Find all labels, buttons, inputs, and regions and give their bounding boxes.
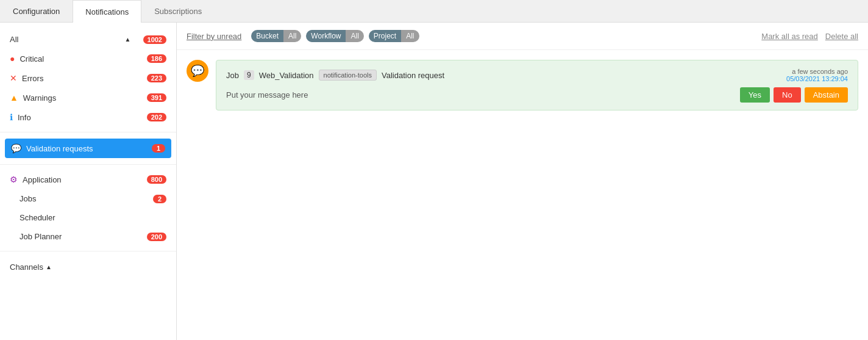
notif-name: Web_Validation [259,71,314,80]
notif-action: Validation request [382,71,444,80]
notification-card: Job 9 Web_Validation notification-tools … [216,60,858,110]
sidebar-item-scheduler[interactable]: Scheduler [0,208,176,227]
top-tabs: Configuration Notifications Subscription… [0,0,868,23]
error-icon: ✕ [10,73,17,83]
filter-chip-bucket: Bucket All [251,30,301,42]
job-planner-label: Job Planner [20,232,147,241]
info-icon: ℹ [10,112,13,122]
notification-card-header: Job 9 Web_Validation notification-tools … [226,68,848,82]
bucket-chip-label: Bucket [251,30,283,42]
avatar-icon: 💬 [191,64,204,78]
filter-chip-workflow: Workflow All [306,30,363,42]
application-label: Application [23,175,147,184]
notif-id: 9 [244,70,254,80]
filter-by-unread[interactable]: Filter by unread [187,32,241,41]
scheduler-label: Scheduler [20,213,166,222]
notif-date: 05/03/2021 13:29:04 [786,75,848,82]
sidebar-validation-section: 💬 Validation requests 1 [0,132,176,164]
all-arrow: ▲ [125,36,131,43]
chat-icon: 💬 [11,143,21,153]
project-chip-value[interactable]: All [401,30,419,42]
channels-label: Channels [10,262,43,272]
sidebar-item-validation-requests[interactable]: 💬 Validation requests 1 [5,139,171,158]
sidebar-item-critical[interactable]: ● Critical 186 [0,49,176,68]
sidebar-all-section: All ▲ 1002 ● Critical 186 ✕ Errors 223 [0,23,176,132]
notif-time-relative: a few seconds ago [786,68,848,75]
workflow-chip-label: Workflow [306,30,346,42]
notifications-list: 💬 Job 9 Web_Validation notification-tool… [177,50,868,340]
notif-buttons: Yes No Abstain [740,87,848,103]
notification-item: 💬 Job 9 Web_Validation notification-tool… [187,60,858,110]
sidebar-item-errors[interactable]: ✕ Errors 223 [0,68,176,88]
notif-type: Job [226,71,239,80]
sidebar-item-info[interactable]: ℹ Info 202 [0,107,176,127]
warnings-label: Warnings [23,93,147,103]
workflow-chip-value[interactable]: All [346,30,363,42]
channels-arrow: ▲ [46,264,52,270]
filter-chip-project: Project All [369,30,419,42]
channels-header[interactable]: Channels ▲ [0,256,176,278]
bucket-chip-value[interactable]: All [283,30,301,42]
critical-badge: 186 [147,54,166,63]
jobs-label: Jobs [20,194,153,203]
sidebar-channels-section: Channels ▲ [0,251,176,283]
yes-button[interactable]: Yes [740,87,770,103]
mark-all-read-link[interactable]: Mark all as read [761,32,817,41]
tab-configuration[interactable]: Configuration [0,0,73,22]
project-chip-label: Project [369,30,401,42]
notif-time: a few seconds ago 05/03/2021 13:29:04 [786,68,848,82]
sidebar-item-application[interactable]: ⚙ Application 800 [0,170,176,189]
main-layout: All ▲ 1002 ● Critical 186 ✕ Errors 223 [0,23,868,340]
notif-tag: notification-tools [319,70,377,81]
sidebar-all-header[interactable]: All ▲ 1002 [0,27,176,49]
errors-label: Errors [22,74,147,83]
critical-label: Critical [20,54,146,63]
info-label: Info [18,113,147,122]
warning-icon: ▲ [10,93,18,103]
all-badge: 1002 [143,35,166,44]
tab-subscriptions[interactable]: Subscriptions [141,0,215,22]
application-icon: ⚙ [10,175,18,184]
validation-requests-label: Validation requests [26,144,152,153]
sidebar-item-job-planner[interactable]: Job Planner 200 [0,227,176,246]
no-button[interactable]: No [774,87,801,103]
tab-notifications[interactable]: Notifications [73,0,141,23]
warnings-badge: 391 [147,93,166,102]
abstain-button[interactable]: Abstain [805,87,848,103]
jobs-badge: 2 [153,195,166,203]
notif-message: Put your message here [226,90,308,99]
info-badge: 202 [147,113,166,121]
errors-badge: 223 [147,74,166,82]
validation-requests-badge: 1 [152,144,165,153]
notification-avatar: 💬 [187,60,208,82]
delete-all-link[interactable]: Delete all [825,32,858,41]
sidebar-item-warnings[interactable]: ▲ Warnings 391 [0,88,176,107]
content-area: Filter by unread Bucket All Workflow All… [177,23,868,340]
sidebar-application-section: ⚙ Application 800 Jobs 2 Scheduler Job P… [0,164,176,251]
all-label: All [10,35,123,44]
sidebar-item-jobs[interactable]: Jobs 2 [0,189,176,208]
filter-bar: Filter by unread Bucket All Workflow All… [177,23,868,50]
job-planner-badge: 200 [147,233,166,241]
notification-card-body: Put your message here Yes No Abstain [226,87,848,103]
sidebar: All ▲ 1002 ● Critical 186 ✕ Errors 223 [0,23,177,340]
application-badge: 800 [147,175,166,184]
filter-actions: Mark all as read Delete all [761,32,858,41]
critical-icon: ● [10,54,15,63]
